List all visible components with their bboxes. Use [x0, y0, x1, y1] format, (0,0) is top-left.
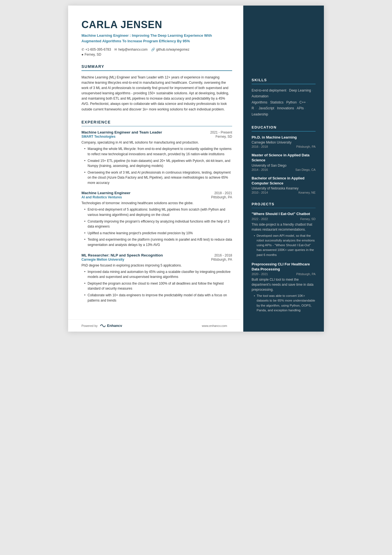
job-block-3: ML Researcher: NLP and Speech Recognitio… [81, 253, 232, 303]
email-address: help@enhancv.com [118, 48, 147, 51]
powered-by-label: Powered by [81, 324, 98, 327]
skills-list: End-to-end deployment · Deep Learning · … [252, 88, 316, 118]
enhancv-logo: Enhancv [100, 324, 122, 328]
projects-divider [252, 208, 316, 208]
footer: Powered by Enhancv www.enhancv.com [68, 319, 240, 332]
projects-title: PROJECTS [252, 202, 316, 206]
location-text: Ferney, SD [85, 53, 101, 56]
job-1-desc: Company, specializing in AI and ML solut… [81, 140, 232, 145]
phone-icon: ✆ [81, 48, 84, 51]
job-block-1: Machine Learning Engineer and Team Leade… [81, 130, 232, 185]
summary-section: SUMMARY Machine Learning (ML) Engineer a… [81, 64, 232, 112]
contact-row: ✆ +1-605-395-6783 ✉ help@enhancv.com 🔗 g… [81, 48, 232, 51]
skill-item: Innovations [277, 106, 294, 110]
proj-block-1: "Where Should I Eat-Out" Chatbot 2022 - … [252, 211, 316, 257]
job-1-header: Machine Learning Engineer and Team Leade… [81, 130, 232, 134]
proj-2-bullets: The tool was able to convert 10K+ datase… [252, 293, 316, 313]
edu-3-years: 2010 - 2014 [252, 191, 268, 194]
edu-block-3: Bachelor of Science in Applied Computer … [252, 176, 316, 194]
left-column: CARLA JENSEN Machine Learning Engineer :… [68, 6, 243, 332]
list-item: End-to-end deployment of 5 applications:… [84, 207, 232, 217]
skill-item: APIs [297, 106, 304, 110]
job-2-sub: AI and Robotics Ventures Pittsburgh, PA [81, 195, 232, 199]
proj-1-title: "Where Should I Eat-Out" Chatbot [252, 211, 316, 216]
education-section: EDUCATION Ph.D. in Machine Learning Carn… [252, 125, 316, 194]
proj-2-meta: 2020 - 2021 Pittsburgh, PA [252, 272, 316, 276]
proj-2-location: Pittsburgh, PA [296, 272, 316, 276]
job-2-bullets: End-to-end deployment of 5 applications:… [81, 207, 232, 247]
edu-2-degree: Master of Science in Applied Data Scienc… [252, 153, 316, 163]
edu-block-2: Master of Science in Applied Data Scienc… [252, 153, 316, 171]
location-icon: ● [81, 53, 83, 56]
edu-1-meta: 2016 - 2018 Pittsburgh, PA [252, 145, 316, 148]
phone-number: +1-605-395-6783 [85, 48, 111, 51]
list-item: The tool was able to convert 10K+ datase… [254, 293, 316, 313]
edu-3-meta: 2010 - 2014 Kearney, NE [252, 191, 316, 194]
job-block-2: Machine Learning Engineer 2018 - 2021 AI… [81, 191, 232, 247]
skill-item: Automation [252, 94, 269, 98]
job-3-title: ML Researcher: NLP and Speech Recognitio… [81, 253, 163, 257]
skills-divider [252, 84, 316, 84]
phone-contact: ✆ +1-605-395-6783 [81, 48, 111, 51]
list-item: Improved data mining and automation by 4… [84, 269, 232, 280]
job-2-dates: 2018 - 2021 [214, 191, 232, 195]
list-item: Developed own API model, so that the rob… [254, 233, 316, 257]
job-3-desc: PhD degree focused in exploring practice… [81, 263, 232, 268]
proj-1-desc: This side-project is a friendly chatbot … [252, 222, 316, 232]
footer-left: Powered by Enhancv [81, 324, 122, 328]
footer-url: www.enhancv.com [202, 324, 227, 327]
summary-text: Machine Learning (ML) Engineer and Team … [81, 75, 232, 112]
edu-2-location: San Diego, CA [295, 168, 316, 171]
job-1-company: SMART Technologies [81, 135, 115, 139]
edu-3-location: Kearney, NE [298, 191, 316, 194]
github-contact: 🔗 github.io/waynegomez [151, 48, 189, 51]
job-1-title: Machine Learning Engineer and Team Leade… [81, 130, 162, 134]
edu-2-meta: 2014 - 2016 San Diego, CA [252, 168, 316, 171]
email-contact: ✉ help@enhancv.com [114, 48, 147, 51]
proj-1-location: Ferney, SD [300, 217, 316, 221]
job-2-desc: Technologies of tomorrow: innovating hea… [81, 201, 232, 206]
skill-item: R [252, 106, 254, 110]
location-row: ● Ferney, SD [81, 53, 232, 56]
edu-block-1: Ph.D. in Machine Learning Carnegie Mello… [252, 135, 316, 148]
edu-1-school: Carnegie Mellon University [252, 140, 316, 144]
list-item: Overseeing the work of 3 ML and AI profe… [84, 170, 232, 186]
skill-item: Leadership [252, 112, 268, 116]
skill-item: JavaScript [259, 106, 274, 110]
job-3-sub: Carnegie Mellon University Pittsburgh, P… [81, 258, 232, 262]
job-1-sub: SMART Technologies Ferney, SD [81, 135, 232, 139]
edu-1-degree: Ph.D. in Machine Learning [252, 135, 316, 140]
edu-3-degree: Bachelor of Science in Applied Computer … [252, 176, 316, 186]
list-item: Testing and experimenting on the platfor… [84, 237, 232, 247]
job-1-bullets: Managing the whole ML lifecycle: from en… [81, 146, 232, 185]
job-2-title: Machine Learning Engineer [81, 191, 130, 195]
edu-2-years: 2014 - 2016 [252, 168, 268, 171]
job-1-location: Ferney, SD [215, 135, 232, 139]
experience-title: EXPERIENCE [81, 120, 232, 124]
proj-1-years: 2022 - 2022 [252, 217, 268, 221]
list-item: Collaborate with 10+ data engineers to i… [84, 293, 232, 303]
list-item: Constantly improving the program's effic… [84, 219, 232, 229]
skill-item: Statistics [270, 100, 284, 104]
summary-divider [81, 70, 232, 71]
job-3-dates: 2016 - 2018 [214, 253, 232, 257]
candidate-title: Machine Learning Engineer : Improving Th… [81, 33, 232, 44]
job-3-bullets: Improved data mining and automation by 4… [81, 269, 232, 303]
edu-1-location: Pittsburgh, PA [296, 145, 316, 148]
github-icon: 🔗 [151, 48, 155, 51]
resume-wrapper: CARLA JENSEN Machine Learning Engineer :… [68, 6, 324, 332]
job-3-company: Carnegie Mellon University [81, 258, 124, 262]
education-divider [252, 131, 316, 132]
list-item: Managing the whole ML lifecycle: from en… [84, 146, 232, 157]
proj-1-meta: 2022 - 2022 Ferney, SD [252, 217, 316, 221]
skill-item: Algorithms [252, 100, 267, 104]
proj-block-2: Preprocessing CLI For Healthcare Data Pr… [252, 262, 316, 313]
edu-1-years: 2016 - 2018 [252, 145, 268, 148]
skills-title: SKILLS [252, 78, 316, 82]
skill-item: End-to-end deployment [252, 88, 286, 92]
edu-2-school: University of San Diego [252, 164, 316, 167]
edu-3-school: University of Nebraska Kearney [252, 186, 316, 190]
job-1-dates: 2021 - Present [210, 130, 232, 134]
job-3-location: Pittsburgh, PA [211, 258, 232, 262]
summary-title: SUMMARY [81, 64, 232, 69]
